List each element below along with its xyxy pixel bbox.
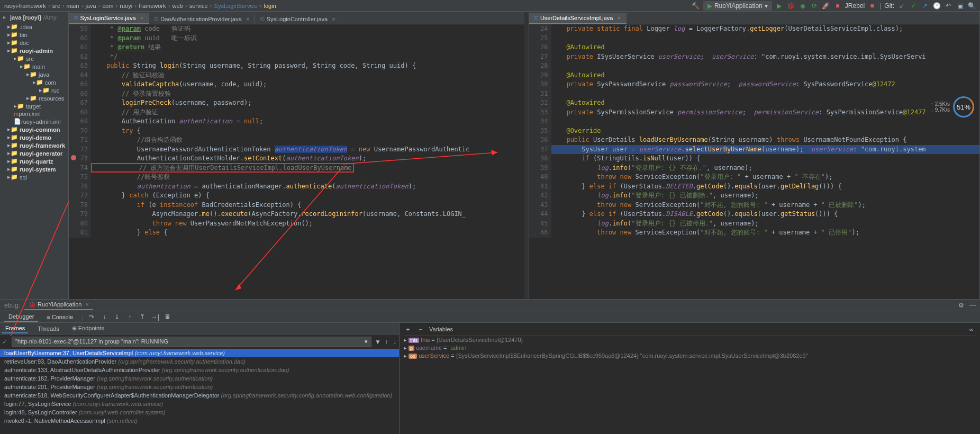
step-into-icon[interactable]: ↓ [100,313,108,321]
tree-node[interactable]: ▸ 📁 com [0,78,68,86]
debugger-tab[interactable]: Debugger [4,312,38,322]
thread-select[interactable]: "http-nio-9101-exec-2"@11,127 in group "… [12,337,371,347]
editor-tab[interactable]: ©SysLoginService.java× [69,13,149,24]
console-tab[interactable]: ≡ Console [42,313,77,321]
tree-node[interactable]: m pom.xml [0,110,68,117]
revert-icon[interactable]: ↶ [944,2,952,10]
left-code[interactable]: * @param code 验证码 * @param uuid 唯一标识 * @… [91,24,529,238]
force-step-into-icon[interactable]: ⤓ [113,313,121,321]
infinity-icon[interactable]: ∞ [967,325,976,333]
tree-node[interactable]: ▸ 📁 resources [0,94,68,102]
frame-row[interactable]: loadUserByUsername:37, UserDetailsServic… [0,349,399,357]
tree-node[interactable]: ▸ 📁 .idea [0,23,68,31]
layout-icon[interactable]: ▣ [956,2,964,10]
breadcrumb-method[interactable]: login [264,3,276,9]
breadcrumb-item[interactable]: src [52,3,60,9]
tree-node[interactable]: ▸ 📁 target [0,102,68,110]
frame-row[interactable]: login:48, SysLoginController (com.ruoyi.… [0,408,399,417]
breadcrumb-item[interactable]: ruoyi-framework [4,3,46,9]
frame-row[interactable]: authenticate:201, ProviderManager (org.s… [0,383,399,391]
up-icon[interactable]: ↑ [382,338,391,346]
history-icon[interactable]: 🕐 [932,2,941,10]
tree-node[interactable]: ▸ 📁 ruc [0,86,68,94]
frames-tab[interactable]: Frames [2,324,28,333]
tree-node[interactable]: ▸ 📁 ruoyi-demo [0,133,68,141]
run-icon[interactable]: ▶ [775,2,784,10]
close-icon[interactable]: × [332,16,335,22]
breadcrumb-item[interactable]: java [85,3,96,9]
run-config-selector[interactable]: ▶ RuoYiApplication ▾ [703,1,772,11]
coverage-icon[interactable]: ◉ [798,2,807,10]
frame-row[interactable]: authenticate:182, ProviderManager (org.s… [0,374,399,383]
breadcrumb-item[interactable]: web [173,3,183,9]
tree-node[interactable]: ▸ 📁 ruoyi-common [0,125,68,133]
add-icon[interactable]: + [404,325,412,333]
frames-list[interactable]: loadUserByUsername:37, UserDetailsServic… [0,349,399,425]
step-out-icon[interactable]: ↑ [125,313,134,321]
endpoints-tab[interactable]: ⊕ Endpoints [69,324,107,333]
close-icon[interactable]: × [140,15,143,21]
threads-tab[interactable]: Threads [34,324,62,333]
stop2-icon[interactable]: ■ [868,2,876,10]
tree-node[interactable]: ▸ 📁 ruoyi-quartz [0,157,68,165]
down-icon[interactable]: ↓ [391,338,399,346]
debug-session-tab[interactable]: 🐞 RuoYiApplication × [24,300,93,310]
git-pull-icon[interactable]: ↙ [897,2,906,10]
tree-node[interactable]: ▸ 📁 main [0,62,68,70]
git-commit-icon[interactable]: ✓ [909,2,918,10]
editor-tab[interactable]: ©DaoAuthenticationProvider.java× [149,14,255,24]
frame-row[interactable]: authenticate:133, AbstractUserDetailsAut… [0,366,399,374]
profile-icon[interactable]: ⟳ [810,2,819,10]
editor-tab[interactable]: ©UserDetailsServiceImpl.java× [529,13,627,24]
breadcrumb-class[interactable]: SysLoginService [214,3,258,9]
tree-node[interactable]: 📄 ruoyi-admin.iml [0,117,68,125]
tree-node[interactable]: ▸ 📁 doc [0,39,68,47]
tree-node[interactable]: ▸ 📁 java [0,70,68,78]
frames-panel: Frames Threads ⊕ Endpoints ✓ "http-nio-9… [0,323,400,434]
run-to-cursor-icon[interactable]: →| [151,313,159,321]
variable-row[interactable]: ▸ p username = "admin" [404,344,976,352]
variable-row[interactable]: ▸ this this = {UserDetailsServiceImpl@12… [404,336,976,344]
minimap[interactable] [524,12,529,299]
right-code[interactable]: private static final Logger log = Logger… [551,24,979,238]
tree-node[interactable]: ▸ 📁 sql [0,173,68,181]
variable-row[interactable]: ▸ oo userService = {SysUserServiceImpl$$… [404,352,976,360]
breadcrumb-item[interactable]: framework [139,3,166,9]
tree-node[interactable]: ▸ 📁 bin [0,31,68,39]
close-icon[interactable]: × [86,301,89,308]
filter-icon[interactable]: ▼ [374,338,382,346]
debug-icon[interactable]: 🐞 [787,2,795,10]
breadcrumb-item[interactable]: main [67,3,79,9]
evaluate-icon[interactable]: 🖩 [164,313,172,321]
stop-icon[interactable]: ■ [833,2,842,10]
left-gutter[interactable]: 5960616263646566676869707172 73747576777… [69,24,91,238]
remove-icon[interactable]: − [416,325,425,333]
frame-row[interactable]: invoke0:-1, NativeMethodAccessorImpl (su… [0,417,399,425]
tree-root[interactable]: ▸ java [ruoyi] /Amy [0,12,68,23]
breadcrumb-item[interactable]: service [189,3,208,9]
tree-node[interactable]: ▸ 📁 ruoyi-system [0,165,68,173]
git-push-icon[interactable]: ↗ [921,2,929,10]
frame-row[interactable]: login:77, SysLoginService (com.ruoyi.fra… [0,400,399,408]
breadcrumb-item[interactable]: ruoyi [120,3,132,9]
editor-tab[interactable]: ©SysLoginController.java× [255,14,341,24]
project-tree[interactable]: ▸ java [ruoyi] /Amy ▸ 📁 .idea▸ 📁 bin▸ 📁 … [0,12,69,299]
rocket-icon[interactable]: 🚀 [822,2,830,10]
variables-panel[interactable]: + − Variables ∞ ▸ this this = {UserDetai… [400,323,980,434]
frame-row[interactable]: authenticate:518, WebSecurityConfigurerA… [0,391,399,400]
breadcrumb-item[interactable]: com [103,3,114,9]
tree-node[interactable]: ▸ 📁 ruoyi-generator [0,149,68,157]
right-gutter[interactable]: 2425262728293031323334353637383940414243… [529,24,551,238]
frame-row[interactable]: retrieveUser:93, DaoAuthenticationProvid… [0,357,399,366]
search-icon[interactable]: 🔍 [967,2,976,10]
debug-panel: ebug: 🐞 RuoYiApplication × ⚙ — Debugger … [0,299,980,434]
tree-node[interactable]: ▸ 📁 ruoyi-framework [0,141,68,149]
close-icon[interactable]: × [246,16,249,22]
tree-node[interactable]: ▸ 📁 src [0,55,68,62]
build-icon[interactable]: 🔨 [692,2,700,10]
close-icon[interactable]: × [617,15,620,21]
step-over-icon[interactable]: ↷ [87,313,96,321]
tree-node[interactable]: ▸ 📁 ruoyi-admin [0,47,68,55]
drop-frame-icon[interactable]: ⤒ [138,313,147,321]
gear-icon[interactable]: ⚙ [957,301,965,310]
